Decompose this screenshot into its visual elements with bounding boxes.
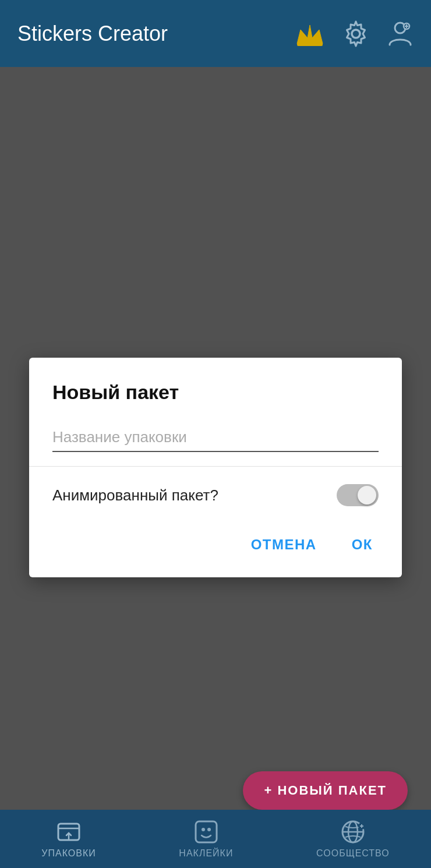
- nav-item-packages[interactable]: УПАКОВКИ: [41, 819, 96, 859]
- svg-rect-9: [196, 821, 217, 842]
- dialog-actions: ОТМЕНА ОК: [29, 524, 402, 577]
- ok-button[interactable]: ОК: [340, 530, 384, 560]
- svg-point-2: [352, 30, 360, 38]
- cancel-button[interactable]: ОТМЕНА: [239, 530, 328, 560]
- packages-nav-icon: [56, 819, 82, 845]
- crown-icon-button[interactable]: [295, 22, 325, 46]
- toggle-knob: [358, 486, 376, 504]
- new-package-fab[interactable]: + НОВЫЙ ПАКЕТ: [243, 771, 408, 810]
- animated-toggle[interactable]: [337, 484, 379, 506]
- nav-label-community: СООБЩЕСТВО: [316, 848, 390, 859]
- app-bar-icons: [295, 20, 414, 47]
- dialog-title: Новый пакет: [29, 358, 402, 418]
- person-icon-button[interactable]: [387, 20, 414, 47]
- gear-icon: [342, 20, 369, 47]
- svg-point-10: [202, 828, 205, 831]
- app-title: Stickers Creator: [17, 22, 295, 46]
- gear-icon-button[interactable]: [342, 20, 369, 47]
- stickers-nav-icon: [193, 819, 219, 845]
- nav-label-stickers: НАКЛЕЙКИ: [179, 848, 233, 859]
- bottom-nav: УПАКОВКИ НАКЛЕЙКИ СО: [0, 810, 431, 868]
- main-content: Новый пакет Анимированный пакет? ОТМЕНА …: [0, 67, 431, 868]
- toggle-label: Анимированный пакет?: [52, 486, 218, 504]
- community-nav-icon: [340, 819, 366, 845]
- nav-item-community[interactable]: СООБЩЕСТВО: [316, 819, 390, 859]
- person-icon: [387, 20, 414, 47]
- nav-item-stickers[interactable]: НАКЛЕЙКИ: [179, 819, 233, 859]
- dialog: Новый пакет Анимированный пакет? ОТМЕНА …: [29, 358, 402, 577]
- nav-label-packages: УПАКОВКИ: [41, 848, 96, 859]
- svg-rect-1: [297, 43, 323, 46]
- svg-marker-0: [297, 25, 323, 44]
- package-name-input[interactable]: [52, 424, 379, 452]
- dialog-input-row: [29, 418, 402, 466]
- dialog-toggle-row: Анимированный пакет?: [29, 467, 402, 524]
- crown-icon: [295, 22, 325, 46]
- app-bar: Stickers Creator: [0, 0, 431, 67]
- svg-point-11: [207, 828, 211, 831]
- dialog-overlay: Новый пакет Анимированный пакет? ОТМЕНА …: [0, 67, 431, 868]
